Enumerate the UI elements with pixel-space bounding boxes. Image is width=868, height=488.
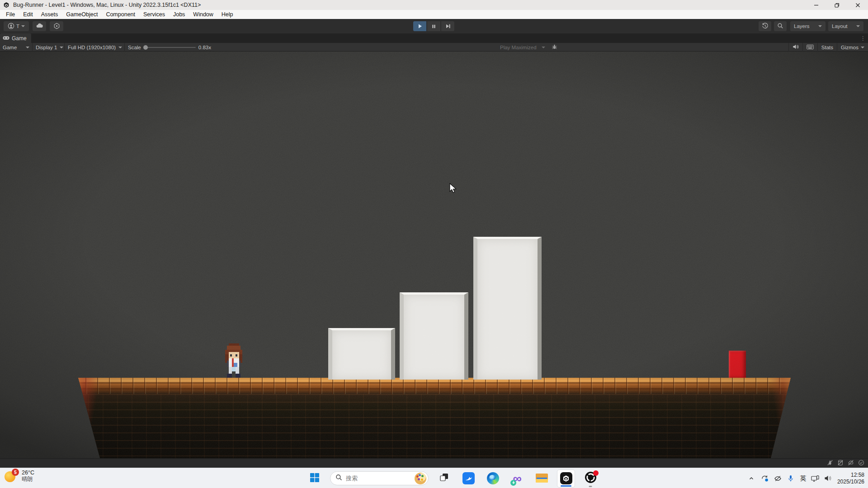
player-character-sprite (223, 343, 244, 378)
unity-hub-icon (560, 472, 572, 484)
ground-brick-glow (74, 378, 794, 394)
layout-label: Layout (832, 23, 848, 29)
layers-dropdown[interactable]: Layers (790, 21, 826, 31)
cast-icon[interactable] (811, 475, 819, 482)
input-debug-button[interactable] (802, 43, 817, 52)
restore-button[interactable] (826, 0, 847, 10)
stair-platform-small (328, 328, 395, 380)
xunlei-button[interactable] (459, 469, 477, 488)
ground-platform (74, 378, 794, 458)
progress-ok-icon[interactable] (858, 460, 864, 468)
unity-status-bar (0, 458, 868, 468)
gamepad-icon (3, 35, 9, 42)
speaker-icon (793, 44, 799, 51)
menu-edit[interactable]: Edit (19, 10, 37, 19)
undo-history-button[interactable] (759, 21, 771, 31)
minimize-button[interactable] (806, 0, 826, 10)
file-explorer-button[interactable] (533, 469, 551, 488)
start-button[interactable] (306, 469, 324, 488)
edge-button[interactable] (484, 469, 502, 488)
tray-time: 12:58 (837, 472, 864, 479)
unity-logo-icon (3, 2, 9, 8)
account-button[interactable]: T (4, 21, 29, 31)
search-all-button[interactable] (774, 21, 787, 31)
clock[interactable]: 12:58 2025/10/26 (837, 472, 864, 485)
start-icon (310, 473, 320, 484)
panel-tab-row: Game ⋮ (0, 33, 868, 43)
scale-slider-knob[interactable] (143, 45, 148, 50)
debugger-disabled-icon[interactable] (827, 460, 833, 468)
menu-component[interactable]: Component (102, 10, 139, 19)
sync-icon[interactable] (760, 475, 769, 482)
cloud-icon (36, 22, 43, 30)
tab-game-label: Game (12, 35, 27, 42)
speaker-icon[interactable] (824, 475, 832, 482)
game-viewport[interactable] (0, 52, 868, 458)
menu-window[interactable]: Window (189, 10, 217, 19)
stats-toggle[interactable]: Stats (817, 43, 837, 52)
menu-file[interactable]: File (2, 10, 19, 19)
pause-button[interactable] (427, 21, 440, 31)
menu-gameobject[interactable]: GameObject (62, 10, 102, 19)
version-control-icon (53, 23, 60, 30)
window-title: Bug-Runner - Level1 - Windows, Mac, Linu… (13, 2, 201, 8)
window-title-bar: Bug-Runner - Level1 - Windows, Mac, Linu… (0, 0, 868, 10)
stair-platform-tall (473, 237, 542, 380)
game-view-toolbar: Game Display 1 Full HD (868x488) Scale… (0, 43, 868, 52)
edge-icon (487, 472, 499, 484)
mouse-cursor (449, 183, 457, 196)
menu-help[interactable]: Help (217, 10, 237, 19)
unity-toolbar: T (0, 19, 868, 33)
ground-left-edge (74, 378, 105, 458)
weather-sun-icon: 5 (5, 469, 18, 482)
eye-off-icon[interactable] (774, 475, 782, 482)
menu-jobs[interactable]: Jobs (169, 10, 189, 19)
cache-server-disabled-icon[interactable] (837, 460, 844, 468)
ime-indicator[interactable]: 英 (800, 474, 806, 483)
menu-services[interactable]: Services (139, 10, 169, 19)
play-maximized-dropdown[interactable]: Play Maximized (497, 43, 548, 52)
keyboard-icon (807, 44, 814, 51)
step-button[interactable] (441, 21, 454, 31)
unity-hub-button[interactable] (557, 469, 575, 488)
gizmos-dropdown[interactable]: Gizmos (837, 43, 868, 52)
task-view-icon (440, 473, 448, 483)
taskbar-search[interactable] (330, 471, 429, 485)
file-explorer-icon (536, 474, 548, 483)
tab-game[interactable]: Game (0, 33, 31, 43)
mute-audio-button[interactable] (788, 43, 802, 52)
bug-icon (552, 44, 557, 51)
scale-slider[interactable] (144, 47, 196, 48)
scale-label: Scale (128, 45, 141, 50)
obs-button[interactable] (581, 469, 599, 488)
weather-widget[interactable]: 5 26°C 晴朗 (5, 469, 34, 482)
windows-taskbar: 5 26°C 晴朗 (0, 468, 868, 488)
microphone-icon[interactable] (787, 475, 795, 482)
tray-expand-icon[interactable] (747, 476, 755, 481)
system-tray: 英 12:58 2025/10/26 (747, 468, 864, 488)
debug-toggle[interactable] (549, 43, 561, 52)
gizmos-label: Gizmos (841, 45, 859, 50)
version-control-button[interactable] (50, 21, 63, 31)
search-input[interactable] (346, 475, 400, 482)
close-button[interactable] (847, 0, 868, 10)
cloud-button[interactable] (33, 21, 46, 31)
play-maximized-label: Play Maximized (500, 45, 539, 50)
account-initial: T (16, 23, 19, 29)
play-button[interactable] (413, 21, 426, 31)
aspect-value: Game (3, 45, 23, 50)
aspect-dropdown[interactable]: Game (0, 43, 33, 52)
ground-brick-body (74, 394, 794, 458)
resolution-dropdown[interactable]: Full HD (868x488) (65, 43, 125, 52)
collab-disabled-icon[interactable] (848, 460, 854, 468)
notification-dot (593, 470, 599, 476)
task-view-button[interactable] (435, 469, 453, 488)
display-dropdown[interactable]: Display 1 (33, 43, 65, 52)
layout-dropdown[interactable]: Layout (828, 21, 863, 31)
chevron-down-icon (60, 47, 63, 48)
visual-studio-button[interactable]: ∞ (508, 469, 526, 488)
search-highlight-image[interactable] (415, 473, 426, 484)
scale-value: 0.83x (198, 45, 211, 50)
panel-menu-icon[interactable]: ⋮ (860, 33, 866, 43)
menu-assets[interactable]: Assets (37, 10, 62, 19)
